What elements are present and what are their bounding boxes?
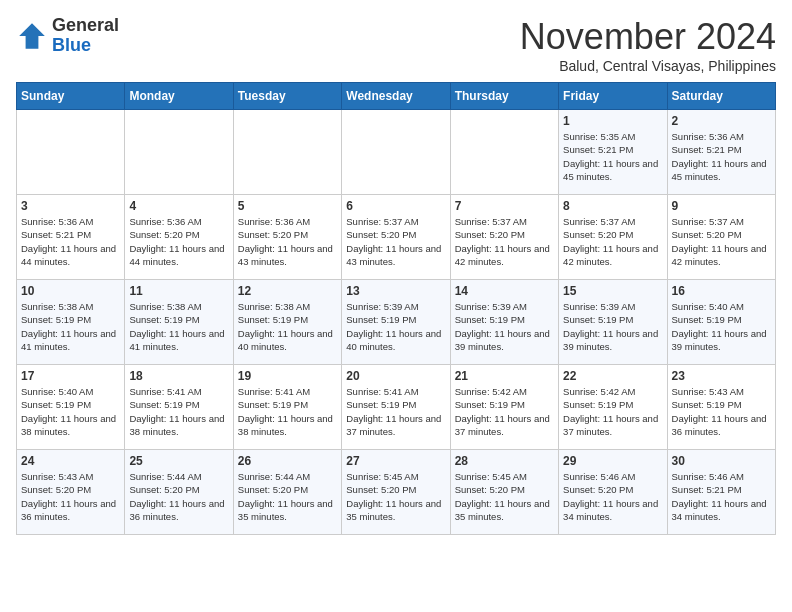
- day-info: Sunrise: 5:41 AMSunset: 5:19 PMDaylight:…: [129, 385, 228, 438]
- calendar-cell: [450, 110, 558, 195]
- weekday-header: Monday: [125, 83, 233, 110]
- calendar-cell: 6Sunrise: 5:37 AMSunset: 5:20 PMDaylight…: [342, 195, 450, 280]
- calendar-cell: 3Sunrise: 5:36 AMSunset: 5:21 PMDaylight…: [17, 195, 125, 280]
- header: General Blue November 2024 Balud, Centra…: [16, 16, 776, 74]
- day-number: 10: [21, 284, 120, 298]
- day-number: 30: [672, 454, 771, 468]
- calendar-cell: [125, 110, 233, 195]
- logo-icon: [16, 20, 48, 52]
- day-info: Sunrise: 5:37 AMSunset: 5:20 PMDaylight:…: [563, 215, 662, 268]
- calendar-cell: 17Sunrise: 5:40 AMSunset: 5:19 PMDayligh…: [17, 365, 125, 450]
- day-number: 2: [672, 114, 771, 128]
- weekday-header: Sunday: [17, 83, 125, 110]
- day-info: Sunrise: 5:40 AMSunset: 5:19 PMDaylight:…: [21, 385, 120, 438]
- day-info: Sunrise: 5:36 AMSunset: 5:21 PMDaylight:…: [21, 215, 120, 268]
- calendar-cell: 10Sunrise: 5:38 AMSunset: 5:19 PMDayligh…: [17, 280, 125, 365]
- day-number: 19: [238, 369, 337, 383]
- weekday-header: Friday: [559, 83, 667, 110]
- calendar-cell: 1Sunrise: 5:35 AMSunset: 5:21 PMDaylight…: [559, 110, 667, 195]
- calendar-cell: 23Sunrise: 5:43 AMSunset: 5:19 PMDayligh…: [667, 365, 775, 450]
- day-number: 17: [21, 369, 120, 383]
- day-number: 7: [455, 199, 554, 213]
- day-info: Sunrise: 5:44 AMSunset: 5:20 PMDaylight:…: [129, 470, 228, 523]
- calendar-cell: 16Sunrise: 5:40 AMSunset: 5:19 PMDayligh…: [667, 280, 775, 365]
- calendar-cell: 12Sunrise: 5:38 AMSunset: 5:19 PMDayligh…: [233, 280, 341, 365]
- day-info: Sunrise: 5:41 AMSunset: 5:19 PMDaylight:…: [238, 385, 337, 438]
- day-number: 27: [346, 454, 445, 468]
- calendar-cell: 21Sunrise: 5:42 AMSunset: 5:19 PMDayligh…: [450, 365, 558, 450]
- day-number: 1: [563, 114, 662, 128]
- calendar-cell: 27Sunrise: 5:45 AMSunset: 5:20 PMDayligh…: [342, 450, 450, 535]
- location-subtitle: Balud, Central Visayas, Philippines: [520, 58, 776, 74]
- title-area: November 2024 Balud, Central Visayas, Ph…: [520, 16, 776, 74]
- calendar-cell: 8Sunrise: 5:37 AMSunset: 5:20 PMDaylight…: [559, 195, 667, 280]
- day-number: 9: [672, 199, 771, 213]
- calendar-cell: 22Sunrise: 5:42 AMSunset: 5:19 PMDayligh…: [559, 365, 667, 450]
- calendar-cell: 19Sunrise: 5:41 AMSunset: 5:19 PMDayligh…: [233, 365, 341, 450]
- calendar-cell: 11Sunrise: 5:38 AMSunset: 5:19 PMDayligh…: [125, 280, 233, 365]
- day-info: Sunrise: 5:42 AMSunset: 5:19 PMDaylight:…: [455, 385, 554, 438]
- calendar-cell: 25Sunrise: 5:44 AMSunset: 5:20 PMDayligh…: [125, 450, 233, 535]
- day-info: Sunrise: 5:39 AMSunset: 5:19 PMDaylight:…: [455, 300, 554, 353]
- calendar-cell: 2Sunrise: 5:36 AMSunset: 5:21 PMDaylight…: [667, 110, 775, 195]
- day-number: 6: [346, 199, 445, 213]
- day-number: 14: [455, 284, 554, 298]
- calendar-cell: 18Sunrise: 5:41 AMSunset: 5:19 PMDayligh…: [125, 365, 233, 450]
- day-number: 3: [21, 199, 120, 213]
- day-info: Sunrise: 5:38 AMSunset: 5:19 PMDaylight:…: [238, 300, 337, 353]
- day-info: Sunrise: 5:37 AMSunset: 5:20 PMDaylight:…: [672, 215, 771, 268]
- day-info: Sunrise: 5:39 AMSunset: 5:19 PMDaylight:…: [563, 300, 662, 353]
- day-number: 29: [563, 454, 662, 468]
- calendar-cell: 14Sunrise: 5:39 AMSunset: 5:19 PMDayligh…: [450, 280, 558, 365]
- day-number: 23: [672, 369, 771, 383]
- day-number: 18: [129, 369, 228, 383]
- day-number: 24: [21, 454, 120, 468]
- logo: General Blue: [16, 16, 119, 56]
- weekday-header: Saturday: [667, 83, 775, 110]
- calendar-table: SundayMondayTuesdayWednesdayThursdayFrid…: [16, 82, 776, 535]
- calendar-cell: 13Sunrise: 5:39 AMSunset: 5:19 PMDayligh…: [342, 280, 450, 365]
- weekday-header: Thursday: [450, 83, 558, 110]
- day-number: 13: [346, 284, 445, 298]
- day-info: Sunrise: 5:36 AMSunset: 5:20 PMDaylight:…: [238, 215, 337, 268]
- logo-blue: Blue: [52, 35, 91, 55]
- calendar-cell: 20Sunrise: 5:41 AMSunset: 5:19 PMDayligh…: [342, 365, 450, 450]
- day-number: 16: [672, 284, 771, 298]
- day-number: 12: [238, 284, 337, 298]
- calendar-cell: 5Sunrise: 5:36 AMSunset: 5:20 PMDaylight…: [233, 195, 341, 280]
- weekday-header: Tuesday: [233, 83, 341, 110]
- day-number: 25: [129, 454, 228, 468]
- calendar-week-row: 24Sunrise: 5:43 AMSunset: 5:20 PMDayligh…: [17, 450, 776, 535]
- day-info: Sunrise: 5:39 AMSunset: 5:19 PMDaylight:…: [346, 300, 445, 353]
- calendar-cell: 4Sunrise: 5:36 AMSunset: 5:20 PMDaylight…: [125, 195, 233, 280]
- day-number: 26: [238, 454, 337, 468]
- day-number: 28: [455, 454, 554, 468]
- calendar-cell: 26Sunrise: 5:44 AMSunset: 5:20 PMDayligh…: [233, 450, 341, 535]
- weekday-header-row: SundayMondayTuesdayWednesdayThursdayFrid…: [17, 83, 776, 110]
- day-number: 8: [563, 199, 662, 213]
- day-info: Sunrise: 5:45 AMSunset: 5:20 PMDaylight:…: [346, 470, 445, 523]
- calendar-cell: 30Sunrise: 5:46 AMSunset: 5:21 PMDayligh…: [667, 450, 775, 535]
- calendar-cell: 24Sunrise: 5:43 AMSunset: 5:20 PMDayligh…: [17, 450, 125, 535]
- day-info: Sunrise: 5:40 AMSunset: 5:19 PMDaylight:…: [672, 300, 771, 353]
- calendar-cell: 28Sunrise: 5:45 AMSunset: 5:20 PMDayligh…: [450, 450, 558, 535]
- day-number: 20: [346, 369, 445, 383]
- calendar-cell: [17, 110, 125, 195]
- day-info: Sunrise: 5:36 AMSunset: 5:20 PMDaylight:…: [129, 215, 228, 268]
- day-info: Sunrise: 5:37 AMSunset: 5:20 PMDaylight:…: [346, 215, 445, 268]
- day-info: Sunrise: 5:46 AMSunset: 5:21 PMDaylight:…: [672, 470, 771, 523]
- calendar-week-row: 3Sunrise: 5:36 AMSunset: 5:21 PMDaylight…: [17, 195, 776, 280]
- calendar-cell: 9Sunrise: 5:37 AMSunset: 5:20 PMDaylight…: [667, 195, 775, 280]
- day-info: Sunrise: 5:46 AMSunset: 5:20 PMDaylight:…: [563, 470, 662, 523]
- day-info: Sunrise: 5:43 AMSunset: 5:19 PMDaylight:…: [672, 385, 771, 438]
- calendar-cell: 15Sunrise: 5:39 AMSunset: 5:19 PMDayligh…: [559, 280, 667, 365]
- logo-general: General: [52, 15, 119, 35]
- day-info: Sunrise: 5:35 AMSunset: 5:21 PMDaylight:…: [563, 130, 662, 183]
- calendar-week-row: 17Sunrise: 5:40 AMSunset: 5:19 PMDayligh…: [17, 365, 776, 450]
- day-number: 4: [129, 199, 228, 213]
- day-info: Sunrise: 5:44 AMSunset: 5:20 PMDaylight:…: [238, 470, 337, 523]
- calendar-cell: 7Sunrise: 5:37 AMSunset: 5:20 PMDaylight…: [450, 195, 558, 280]
- calendar-cell: [233, 110, 341, 195]
- day-info: Sunrise: 5:43 AMSunset: 5:20 PMDaylight:…: [21, 470, 120, 523]
- month-title: November 2024: [520, 16, 776, 58]
